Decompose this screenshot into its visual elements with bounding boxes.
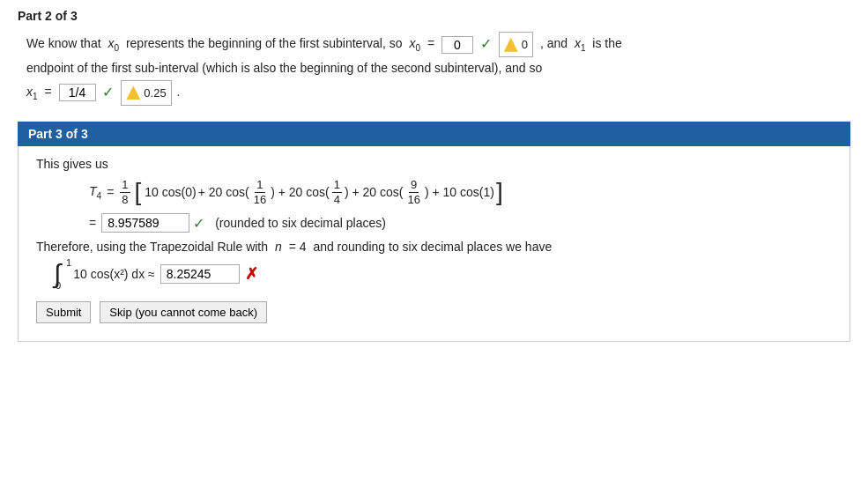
result-row: = ✓ (rounded to six decimal places)	[89, 213, 832, 233]
answer-input[interactable]	[160, 264, 240, 284]
part2-text-block: We know that x0 represents the beginning…	[26, 32, 850, 106]
t4-eq-sign: =	[107, 180, 114, 204]
x1-input[interactable]	[59, 84, 96, 101]
plus3: ) + 20 cos(	[345, 180, 404, 204]
part2-header: Part 2 of 3	[18, 9, 850, 23]
hint-box1: 0	[499, 32, 533, 57]
therefore-text: Therefore, using the Trapezoidal Rule wi…	[36, 240, 832, 254]
bracket-close: ]	[496, 179, 503, 204]
x0-eq-label: x0	[409, 36, 423, 50]
x0-label: x0	[108, 36, 122, 50]
x0-subscript: 0	[114, 43, 119, 53]
t4-line: T4 = 1 8 [ 10 cos(0) + 20 cos( 1 16 ) + …	[89, 178, 832, 206]
integral-expr: 10 cos(x²) dx ≈	[73, 267, 154, 281]
integral-container: ∫ 1 0	[54, 261, 61, 287]
part3-container: Part 3 of 3 This gives us T4 = 1 8 [ 10 …	[18, 122, 850, 342]
part2-text3: , and	[540, 36, 568, 50]
skip-button[interactable]: Skip (you cannot come back)	[100, 301, 267, 323]
part3-header: Part 3 of 3	[18, 122, 850, 146]
period: .	[177, 85, 181, 99]
hint-icon2	[126, 85, 140, 100]
this-gives-text: This gives us	[36, 157, 832, 171]
frac3: 9 16	[405, 178, 421, 206]
frac-num: 1	[120, 178, 130, 193]
therefore-span: Therefore, using the Trapezoidal Rule wi…	[36, 240, 268, 254]
x0-input[interactable]	[441, 36, 473, 54]
part2-text1: We know that	[26, 36, 101, 50]
part2-equals1: =	[427, 36, 434, 50]
part2-text4: is the	[592, 36, 621, 50]
x-mark: ✗	[245, 264, 258, 284]
hint-icon1	[504, 38, 518, 52]
hint2-value: 0.25	[144, 83, 166, 103]
checkmark2: ✓	[102, 85, 114, 100]
n-label: n	[275, 240, 282, 254]
checkmark1: ✓	[480, 36, 492, 51]
part3-section: This gives us T4 = 1 8 [ 10 cos(0) + 20 …	[18, 146, 850, 342]
term1: 10 cos(0)	[145, 180, 196, 204]
hint-box2: 0.25	[121, 80, 171, 106]
x1-eq-label: x1	[26, 85, 41, 99]
part2-text5: endpoint of the first sub-interval (whic…	[26, 61, 542, 75]
result-eq-sign: =	[89, 216, 96, 230]
integral-row: ∫ 1 0 10 cos(x²) dx ≈ ✗	[54, 261, 832, 287]
part2-section: Part 2 of 3 We know that x0 represents t…	[18, 9, 850, 106]
bracket-open: [	[135, 179, 142, 204]
t4-label: T4	[89, 179, 101, 205]
submit-button[interactable]: Submit	[36, 301, 91, 323]
integral-lower: 0	[56, 280, 61, 291]
t4-equation: T4 = 1 8 [ 10 cos(0) + 20 cos( 1 16 ) + …	[89, 178, 832, 206]
part2-text2: represents the beginning of the first su…	[126, 36, 403, 50]
x1-label: x1	[575, 36, 589, 50]
and-rounding: and rounding to six decimal places we ha…	[313, 240, 552, 254]
plus1: + 20 cos(	[198, 180, 249, 204]
frac-den: 8	[120, 193, 130, 207]
hint1-value: 0	[522, 34, 528, 55]
frac2: 1 4	[332, 178, 342, 206]
plus2: ) + 20 cos(	[271, 180, 330, 204]
result-checkmark: ✓	[193, 215, 204, 232]
n-eq: = 4	[289, 240, 307, 254]
buttons-row: Submit Skip (you cannot come back)	[36, 301, 832, 323]
part2-equals2: =	[44, 85, 51, 99]
rounded-text: (rounded to six decimal places)	[215, 216, 386, 230]
integral-upper: 1	[66, 257, 71, 268]
plus4: ) + 10 cos(1)	[425, 180, 494, 204]
frac1: 1 16	[252, 178, 268, 206]
one-eighth: 1 8	[120, 178, 130, 206]
result-input[interactable]	[101, 213, 189, 233]
